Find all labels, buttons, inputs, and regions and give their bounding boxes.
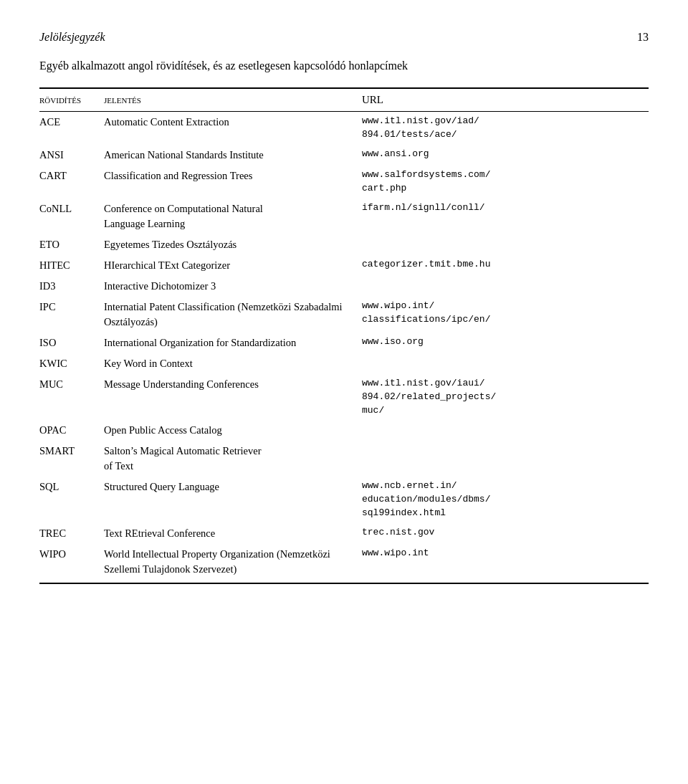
cell-url: www.wipo.int/classifications/ipc/en/ <box>362 297 649 333</box>
cell-abbr: ID3 <box>39 276 104 297</box>
table-row: ID3Interactive Dichotomizer 3 <box>39 276 649 297</box>
section-heading: Egyéb alkalmazott angol rövidítések, és … <box>39 58 649 74</box>
table-row: ISOInternational Organization for Standa… <box>39 333 649 353</box>
cell-meaning: HIerarchical TExt Categorizer <box>104 255 362 276</box>
cell-url: trec.nist.gov <box>362 523 649 544</box>
cell-url <box>362 441 649 477</box>
cell-url: www.itl.nist.gov/iaui/894.02/related_pro… <box>362 374 649 421</box>
cell-abbr: ETO <box>39 234 104 255</box>
cell-url: www.wipo.int <box>362 544 649 583</box>
table-row: ETOEgyetemes Tizedes Osztályozás <box>39 234 649 255</box>
cell-abbr: WIPO <box>39 544 104 583</box>
table-row: ANSIAmerican National Standards Institut… <box>39 145 649 166</box>
table-row: OPACOpen Public Access Catalog <box>39 420 649 441</box>
table-body: ACEAutomatic Content Extractionwww.itl.n… <box>39 112 649 583</box>
table-row: ACEAutomatic Content Extractionwww.itl.n… <box>39 112 649 145</box>
table-row: HITECHIerarchical TExt Categorizercatego… <box>39 255 649 276</box>
cell-meaning: Egyetemes Tizedes Osztályozás <box>104 234 362 255</box>
cell-meaning: American National Standards Institute <box>104 145 362 166</box>
cell-abbr: MUC <box>39 374 104 421</box>
col-header-url: URL <box>362 88 649 112</box>
cell-abbr: SMART <box>39 441 104 477</box>
cell-meaning: Interactive Dichotomizer 3 <box>104 276 362 297</box>
cell-url: categorizer.tmit.bme.hu <box>362 255 649 276</box>
abbreviations-table: rövidítés jelentés URL ACEAutomatic Cont… <box>39 87 649 584</box>
cell-abbr: TREC <box>39 523 104 544</box>
cell-meaning: World Intellectual Property Organization… <box>104 544 362 583</box>
table-row: SQLStructured Query Languagewww.ncb.erne… <box>39 477 649 523</box>
table-row: KWICKey Word in Context <box>39 353 649 374</box>
page-header: Jelölésjegyzék 13 <box>39 29 649 45</box>
table-header: rövidítés jelentés URL <box>39 88 649 112</box>
table-row: MUCMessage Understanding Conferenceswww.… <box>39 374 649 421</box>
cell-meaning: Conference on Computational NaturalLangu… <box>104 199 362 234</box>
cell-meaning: Structured Query Language <box>104 477 362 523</box>
col-header-abbr: rövidítés <box>39 88 104 112</box>
table-row: WIPOWorld Intellectual Property Organiza… <box>39 544 649 583</box>
table-row: SMARTSalton’s Magical Automatic Retrieve… <box>39 441 649 477</box>
table-row: CARTClassification and Regression Treesw… <box>39 166 649 199</box>
cell-url <box>362 353 649 374</box>
cell-url: www.ncb.ernet.in/education/modules/dbms/… <box>362 477 649 523</box>
cell-abbr: ANSI <box>39 145 104 166</box>
col-header-meaning: jelentés <box>104 88 362 112</box>
cell-abbr: CART <box>39 166 104 199</box>
cell-abbr: HITEC <box>39 255 104 276</box>
cell-abbr: CoNLL <box>39 199 104 234</box>
table-row: TRECText REtrieval Conferencetrec.nist.g… <box>39 523 649 544</box>
cell-url <box>362 234 649 255</box>
cell-url <box>362 420 649 441</box>
cell-meaning: Key Word in Context <box>104 353 362 374</box>
cell-abbr: ACE <box>39 112 104 145</box>
cell-url: www.iso.org <box>362 333 649 353</box>
cell-url: www.salfordsystems.com/cart.php <box>362 166 649 199</box>
cell-url: ifarm.nl/signll/conll/ <box>362 199 649 234</box>
cell-meaning: Text REtrieval Conference <box>104 523 362 544</box>
cell-abbr: OPAC <box>39 420 104 441</box>
cell-meaning: Internatial Patent Classification (Nemze… <box>104 297 362 333</box>
cell-abbr: SQL <box>39 477 104 523</box>
cell-meaning: Open Public Access Catalog <box>104 420 362 441</box>
cell-abbr: ISO <box>39 333 104 353</box>
cell-abbr: IPC <box>39 297 104 333</box>
cell-meaning: Classification and Regression Trees <box>104 166 362 199</box>
table-row: IPCInternatial Patent Classification (Ne… <box>39 297 649 333</box>
table-row: CoNLLConference on Computational Natural… <box>39 199 649 234</box>
page-number: 13 <box>637 29 649 45</box>
cell-meaning: Salton’s Magical Automatic Retrieverof T… <box>104 441 362 477</box>
cell-meaning: Automatic Content Extraction <box>104 112 362 145</box>
page-title: Jelölésjegyzék <box>39 29 105 45</box>
cell-abbr: KWIC <box>39 353 104 374</box>
cell-url <box>362 276 649 297</box>
cell-url: www.ansi.org <box>362 145 649 166</box>
cell-meaning: Message Understanding Conferences <box>104 374 362 421</box>
cell-url: www.itl.nist.gov/iad/894.01/tests/ace/ <box>362 112 649 145</box>
cell-meaning: International Organization for Standardi… <box>104 333 362 353</box>
